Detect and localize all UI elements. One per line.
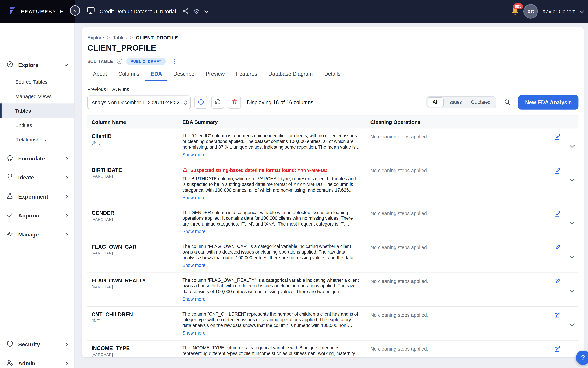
header-eda-summary: EDA Summary xyxy=(182,119,366,125)
show-more-link[interactable]: Show more xyxy=(182,195,360,200)
tab-describe[interactable]: Describe xyxy=(168,67,200,81)
chevron-down-icon xyxy=(569,144,575,149)
edit-cleaning-button[interactable] xyxy=(554,134,561,142)
expand-row-button[interactable] xyxy=(569,322,575,328)
column-dtype: [INT] xyxy=(91,319,182,323)
share-button[interactable] xyxy=(182,7,189,15)
sidebar-item-experiment[interactable]: Experiment xyxy=(0,187,74,206)
gear-icon: ⚙ xyxy=(194,7,199,15)
show-more-link[interactable]: Show more xyxy=(182,229,360,234)
column-dtype: [VARCHAR] xyxy=(91,352,182,357)
sidebar-item-explore[interactable]: Explore xyxy=(0,55,74,74)
filter-issues[interactable]: Issues xyxy=(444,98,466,107)
settings-button[interactable]: ⚙ xyxy=(194,7,199,15)
sidebar-item-tables[interactable]: Tables xyxy=(0,103,74,118)
new-eda-analysis-button[interactable]: New EDA Analysis xyxy=(518,95,579,110)
help-tooltip-icon[interactable]: ? xyxy=(117,59,122,64)
tab-about[interactable]: About xyxy=(87,67,113,81)
warning-triangle-icon xyxy=(182,167,188,173)
page-title: CLIENT_PROFILE xyxy=(87,43,579,54)
expand-row-button[interactable] xyxy=(569,288,575,294)
breadcrumb-explore[interactable]: Explore xyxy=(87,35,104,40)
sidebar-item-label: Relationships xyxy=(15,137,46,142)
app-window: FEATUREBYTE ‹ Credit Default Dataset UI … xyxy=(0,0,588,368)
edit-cleaning-button[interactable] xyxy=(554,244,561,252)
chevron-down-icon xyxy=(569,322,575,328)
kebab-menu-icon[interactable]: ⋮ xyxy=(170,58,178,64)
catalog-title[interactable]: Credit Default Dataset UI tutorial xyxy=(99,8,176,15)
show-more-link[interactable]: Show more xyxy=(182,263,360,268)
flask-icon xyxy=(6,192,14,201)
notifications-button[interactable]: 995 xyxy=(511,7,519,18)
column-dtype: [VARCHAR] xyxy=(91,285,182,289)
sidebar-item-admin[interactable]: Admin xyxy=(0,354,74,368)
tab-eda[interactable]: EDA xyxy=(145,67,168,81)
edit-cleaning-button[interactable] xyxy=(554,168,561,176)
tab-details[interactable]: Details xyxy=(318,67,346,81)
sidebar-item-manage[interactable]: Manage xyxy=(0,225,74,244)
tab-preview[interactable]: Preview xyxy=(200,67,231,81)
table-meta-row: SCD TABLE ? PUBLIC_DRAFT ⋮ xyxy=(87,57,579,65)
eda-columns-table: Column Name EDA Summary Cleaning Operati… xyxy=(87,116,579,357)
info-icon xyxy=(197,98,204,106)
shield-icon xyxy=(6,340,14,349)
filter-all[interactable]: All xyxy=(428,97,444,107)
show-more-link[interactable]: Show more xyxy=(182,297,360,302)
sidebar-collapse-button[interactable]: ‹ xyxy=(70,5,80,16)
sidebar-item-label: Manage xyxy=(18,231,39,238)
person-gear-icon xyxy=(6,359,14,368)
breadcrumb-current: CLIENT_PROFILE xyxy=(136,35,178,40)
sidebar-item-relationships[interactable]: Relationships xyxy=(0,132,74,147)
tab-columns[interactable]: Columns xyxy=(113,67,145,81)
delete-run-button[interactable] xyxy=(228,96,241,109)
table-row: BIRTHDATE [VARCHAR] Suspected string-bas… xyxy=(87,162,579,205)
sidebar-item-ideate[interactable]: Ideate xyxy=(0,168,74,187)
expand-row-button[interactable] xyxy=(569,221,575,226)
catalog-menu-button[interactable] xyxy=(204,9,208,14)
tab-database-diagram[interactable]: Database Diagram xyxy=(263,67,318,81)
eda-summary-text: The INCOME_TYPE column is a categorical … xyxy=(182,345,360,357)
expand-row-button[interactable] xyxy=(569,177,575,183)
edit-cleaning-button[interactable] xyxy=(554,346,561,354)
user-menu-button[interactable] xyxy=(580,9,584,14)
edit-cleaning-button[interactable] xyxy=(554,312,561,320)
sidebar-item-security[interactable]: Security xyxy=(0,335,74,354)
edit-icon xyxy=(554,213,561,219)
eda-summary-text: The column "FLAG_OWN_REALTY" is a catego… xyxy=(182,277,360,294)
chevron-down-icon xyxy=(569,254,575,260)
sidebar-item-label: Tables xyxy=(15,108,31,113)
show-more-link[interactable]: Show more xyxy=(182,152,360,157)
breadcrumb-tables[interactable]: Tables xyxy=(113,35,127,40)
edit-cleaning-button[interactable] xyxy=(554,278,561,286)
table-row: ClientID [INT] The "ClientID" column is … xyxy=(87,129,579,162)
sidebar-item-approve[interactable]: Approve xyxy=(0,206,74,225)
search-button[interactable] xyxy=(501,96,514,109)
sidebar-item-formulate[interactable]: Formulate xyxy=(0,149,74,168)
eda-run-select[interactable]: Analysis on December 1, 2025 10:48:22 AM xyxy=(87,95,191,109)
sidebar-item-managed-views[interactable]: Managed Views xyxy=(0,89,74,103)
show-more-link[interactable]: Show more xyxy=(182,331,360,336)
eda-summary-text: The column "FLAG_OWN_CAR" is a categoric… xyxy=(182,244,360,261)
sidebar-item-label: Entities xyxy=(15,122,32,128)
brand-logo: FEATUREBYTE xyxy=(0,0,75,23)
run-info-button[interactable] xyxy=(195,96,207,109)
sidebar-item-label: Formulate xyxy=(18,156,45,162)
edit-icon xyxy=(554,348,561,354)
edit-cleaning-button[interactable] xyxy=(554,211,561,219)
breadcrumb-separator: > xyxy=(130,35,133,40)
tab-features[interactable]: Features xyxy=(230,67,263,81)
warning-text: Suspected string-based datetime format f… xyxy=(190,167,329,173)
column-name: CNT_CHILDREN xyxy=(91,311,182,317)
expand-row-button[interactable] xyxy=(569,144,575,149)
column-name: BIRTHDATE xyxy=(91,167,182,173)
edit-icon xyxy=(554,314,561,320)
column-name: GENDER xyxy=(91,210,182,216)
chevron-right-icon xyxy=(66,232,69,237)
cleaning-operations-text: No cleaning steps applied. xyxy=(370,345,428,352)
expand-row-button[interactable] xyxy=(569,254,575,260)
refresh-run-button[interactable] xyxy=(211,96,224,109)
sidebar-item-entities[interactable]: Entities xyxy=(0,118,74,132)
sidebar-item-source-tables[interactable]: Source Tables xyxy=(0,74,74,89)
user-avatar[interactable]: XC xyxy=(524,5,537,18)
filter-outdated[interactable]: Outdated xyxy=(466,98,495,107)
